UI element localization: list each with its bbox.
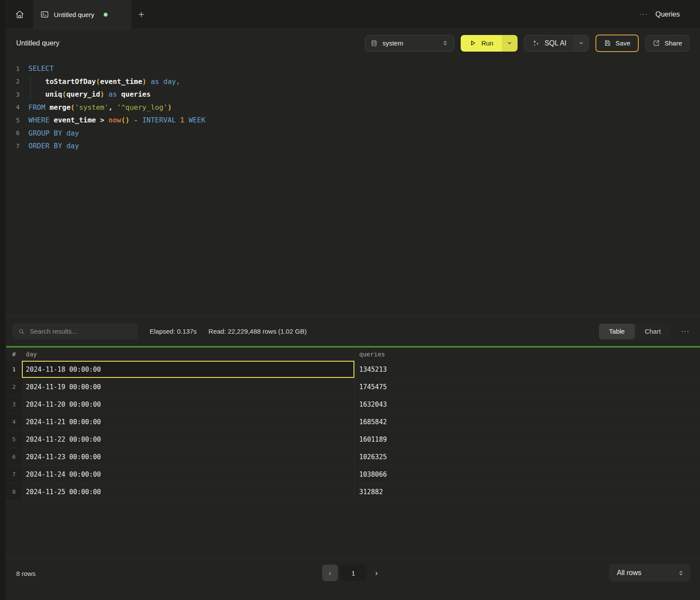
cell-queries[interactable]: 1745475 bbox=[354, 378, 700, 395]
cell-queries[interactable]: 1685842 bbox=[354, 413, 700, 430]
code-line: 7ORDER BY day bbox=[0, 140, 700, 153]
queries-zone: ··· Queries bbox=[640, 0, 700, 29]
code-line: 5WHERE event_time > now() - INTERVAL 1 W… bbox=[0, 114, 700, 127]
home-icon bbox=[15, 10, 24, 19]
pagination: ‹ 1 › bbox=[322, 565, 378, 581]
column-header-queries[interactable]: queries bbox=[354, 348, 700, 361]
cell-queries[interactable]: 1632043 bbox=[354, 396, 700, 413]
save-button-label: Save bbox=[616, 39, 630, 47]
results-overflow-menu-icon[interactable]: ··· bbox=[681, 328, 690, 335]
cell-queries[interactable]: 1345213 bbox=[354, 361, 700, 378]
sql-console-app: Untitled query + ··· Queries Untitled qu… bbox=[0, 0, 700, 600]
home-tab[interactable] bbox=[6, 0, 33, 29]
database-select-value: system bbox=[382, 39, 403, 47]
code-line: 1SELECT bbox=[0, 62, 700, 75]
table-row: 62024-11-23 00:00:001026325 bbox=[6, 448, 700, 466]
tab-untitled-query[interactable]: Untitled query bbox=[33, 0, 131, 29]
row-index: 2 bbox=[6, 378, 22, 395]
row-count-label: 8 rows bbox=[16, 570, 35, 577]
run-button[interactable]: Run bbox=[461, 35, 502, 52]
column-header-index: # bbox=[6, 351, 22, 358]
tab-bar: Untitled query + ··· Queries bbox=[0, 0, 700, 29]
save-icon bbox=[604, 39, 611, 47]
query-header: Untitled query system bbox=[0, 29, 700, 57]
code-text: ORDER BY day bbox=[20, 142, 79, 150]
read-stat: Read: 22,229,488 rows (1.02 GB) bbox=[209, 328, 307, 335]
prev-page-button[interactable]: ‹ bbox=[322, 565, 338, 581]
search-placeholder: Search results... bbox=[30, 328, 77, 335]
sql-editor[interactable]: 1SELECT2 toStartOfDay(event_time) as day… bbox=[0, 57, 700, 316]
query-controls: system Run bbox=[365, 35, 690, 52]
sparkles-icon bbox=[532, 39, 540, 47]
page-size-select[interactable]: All rows bbox=[609, 564, 690, 582]
table-row: 42024-11-21 00:00:001685842 bbox=[6, 413, 700, 431]
new-tab-button[interactable]: + bbox=[131, 0, 151, 29]
code-line: 4FROM merge('system', '^query_log') bbox=[0, 101, 700, 114]
page-title: Untitled query bbox=[16, 39, 60, 47]
sql-ai-caret[interactable] bbox=[574, 35, 588, 51]
cell-queries[interactable]: 1026325 bbox=[354, 448, 700, 465]
table-body: 12024-11-18 00:00:00134521322024-11-19 0… bbox=[6, 361, 700, 501]
database-select[interactable]: system bbox=[365, 35, 454, 52]
cell-day[interactable]: 2024-11-20 00:00:00 bbox=[22, 396, 354, 413]
cell-day[interactable]: 2024-11-24 00:00:00 bbox=[22, 466, 354, 483]
table-row: 12024-11-18 00:00:001345213 bbox=[6, 361, 700, 378]
cell-queries[interactable]: 312882 bbox=[354, 483, 700, 500]
search-results-input[interactable]: Search results... bbox=[12, 323, 138, 339]
run-button-group: Run bbox=[461, 35, 518, 52]
run-options-caret[interactable] bbox=[502, 35, 518, 52]
table-row: 32024-11-20 00:00:001632043 bbox=[6, 396, 700, 413]
save-button[interactable]: Save bbox=[595, 35, 639, 52]
queries-panel-link[interactable]: Queries bbox=[655, 10, 680, 18]
results-toolbar: Search results... Elapsed: 0.137s Read: … bbox=[0, 316, 700, 346]
row-index: 7 bbox=[6, 466, 22, 483]
row-index: 3 bbox=[6, 396, 22, 413]
share-button[interactable]: Share bbox=[645, 35, 690, 52]
code-text: uniq(query_id) as queries bbox=[20, 90, 150, 98]
table-row: 22024-11-19 00:00:001745475 bbox=[6, 378, 700, 396]
row-index: 6 bbox=[6, 448, 22, 465]
view-toggle: Table Chart bbox=[599, 324, 671, 339]
row-index: 1 bbox=[6, 361, 22, 378]
table-row: 72024-11-24 00:00:001038066 bbox=[6, 466, 700, 483]
run-button-label: Run bbox=[481, 39, 494, 47]
next-page-button[interactable]: › bbox=[375, 568, 378, 578]
code-text: FROM merge('system', '^query_log') bbox=[20, 103, 172, 112]
cell-day[interactable]: 2024-11-22 00:00:00 bbox=[22, 431, 354, 448]
table-header-row: # day queries bbox=[6, 348, 700, 361]
play-icon bbox=[469, 39, 476, 47]
elapsed-stat: Elapsed: 0.137s bbox=[150, 328, 197, 335]
cell-day[interactable]: 2024-11-25 00:00:00 bbox=[22, 483, 354, 500]
cell-day[interactable]: 2024-11-19 00:00:00 bbox=[22, 378, 354, 395]
page-size-updown-icon bbox=[678, 570, 684, 576]
cell-day[interactable]: 2024-11-18 00:00:00 bbox=[22, 361, 354, 378]
view-toggle-table[interactable]: Table bbox=[599, 324, 635, 339]
console-tab-icon bbox=[40, 10, 49, 19]
database-icon bbox=[371, 40, 378, 47]
sql-ai-button-group: SQL AI bbox=[524, 35, 589, 52]
cell-queries[interactable]: 1038066 bbox=[354, 466, 700, 483]
results-table: # day queries 12024-11-18 00:00:00134521… bbox=[6, 348, 700, 501]
sql-ai-button[interactable]: SQL AI bbox=[525, 35, 574, 51]
page-size-value: All rows bbox=[617, 569, 641, 577]
tab-overflow-menu-icon[interactable]: ··· bbox=[640, 10, 648, 18]
share-button-label: Share bbox=[665, 39, 682, 47]
column-header-day[interactable]: day bbox=[22, 351, 354, 358]
results-footer: 8 rows ‹ 1 › All rows bbox=[0, 558, 700, 600]
cell-day[interactable]: 2024-11-21 00:00:00 bbox=[22, 413, 354, 430]
share-external-icon bbox=[653, 39, 660, 47]
code-lines: 1SELECT2 toStartOfDay(event_time) as day… bbox=[0, 62, 700, 153]
indent-guide bbox=[30, 76, 31, 101]
code-text: toStartOfDay(event_time) as day, bbox=[20, 77, 180, 86]
left-edge-gutter bbox=[0, 0, 6, 600]
sql-ai-label: SQL AI bbox=[545, 39, 567, 47]
table-row: 82024-11-25 00:00:00312882 bbox=[6, 483, 700, 501]
code-line: 6GROUP BY day bbox=[0, 127, 700, 140]
select-updown-icon bbox=[442, 40, 448, 46]
cell-queries[interactable]: 1601189 bbox=[354, 431, 700, 448]
cell-day[interactable]: 2024-11-23 00:00:00 bbox=[22, 448, 354, 465]
view-toggle-chart[interactable]: Chart bbox=[635, 324, 671, 339]
current-page-button[interactable]: 1 bbox=[340, 565, 366, 581]
table-row: 52024-11-22 00:00:001601189 bbox=[6, 431, 700, 448]
code-text: SELECT bbox=[20, 64, 54, 73]
